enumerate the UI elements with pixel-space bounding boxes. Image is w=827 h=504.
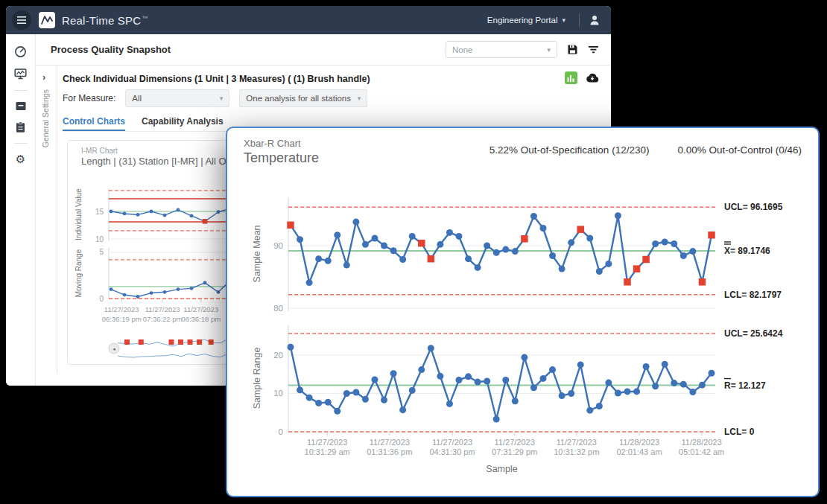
data-point[interactable] bbox=[372, 235, 378, 241]
data-point[interactable] bbox=[502, 246, 509, 253]
data-point[interactable] bbox=[493, 416, 500, 423]
data-point[interactable] bbox=[362, 241, 369, 248]
sidebar-item-settings[interactable]: ⚙ bbox=[14, 152, 27, 166]
data-point[interactable] bbox=[615, 212, 621, 219]
data-point[interactable] bbox=[549, 366, 556, 373]
data-point[interactable] bbox=[493, 249, 500, 256]
data-point[interactable] bbox=[577, 361, 584, 368]
data-point[interactable] bbox=[484, 378, 490, 385]
data-point[interactable] bbox=[643, 363, 650, 370]
data-point[interactable] bbox=[652, 383, 659, 389]
data-point[interactable] bbox=[465, 373, 472, 380]
data-point[interactable] bbox=[136, 295, 140, 299]
data-point[interactable] bbox=[177, 287, 180, 291]
data-point[interactable] bbox=[521, 354, 527, 361]
data-point[interactable] bbox=[633, 388, 640, 395]
data-point[interactable] bbox=[568, 239, 574, 246]
data-point[interactable] bbox=[502, 377, 509, 383]
data-point[interactable] bbox=[689, 389, 696, 395]
data-point[interactable] bbox=[123, 293, 127, 297]
data-point[interactable] bbox=[596, 403, 603, 409]
data-point[interactable] bbox=[315, 255, 322, 262]
out-of-spec-point[interactable] bbox=[624, 278, 631, 286]
data-point[interactable] bbox=[343, 390, 350, 397]
tab-control-charts[interactable]: Control Charts bbox=[63, 116, 125, 131]
data-point[interactable] bbox=[390, 370, 397, 377]
data-point[interactable] bbox=[559, 392, 565, 399]
data-point[interactable] bbox=[123, 212, 127, 216]
out-of-spec-point[interactable] bbox=[287, 222, 294, 229]
menu-button[interactable] bbox=[12, 10, 31, 30]
data-point[interactable] bbox=[586, 407, 593, 414]
data-point[interactable] bbox=[297, 386, 303, 393]
data-point[interactable] bbox=[680, 252, 687, 259]
data-point[interactable] bbox=[605, 380, 612, 386]
data-point[interactable] bbox=[559, 266, 565, 272]
data-point[interactable] bbox=[190, 287, 194, 290]
data-point[interactable] bbox=[624, 388, 631, 395]
data-point[interactable] bbox=[177, 208, 180, 211]
out-of-spec-point[interactable] bbox=[521, 235, 528, 243]
data-point[interactable] bbox=[409, 233, 416, 240]
out-of-spec-point[interactable] bbox=[699, 278, 706, 286]
data-point[interactable] bbox=[662, 238, 668, 245]
export-button[interactable] bbox=[586, 73, 599, 83]
data-point[interactable] bbox=[203, 281, 207, 285]
data-point[interactable] bbox=[217, 210, 221, 214]
data-point[interactable] bbox=[399, 256, 406, 263]
data-point[interactable] bbox=[689, 248, 696, 255]
save-button[interactable] bbox=[567, 44, 578, 55]
out-of-spec-point[interactable] bbox=[203, 219, 208, 224]
data-point[interactable] bbox=[306, 395, 313, 401]
data-point[interactable] bbox=[568, 390, 574, 397]
data-point[interactable] bbox=[288, 344, 294, 351]
data-point[interactable] bbox=[680, 381, 687, 388]
data-point[interactable] bbox=[362, 396, 369, 403]
sidebar-item-dashboard[interactable] bbox=[13, 44, 28, 60]
data-point[interactable] bbox=[446, 229, 453, 236]
data-point[interactable] bbox=[136, 213, 140, 217]
data-point[interactable] bbox=[662, 361, 668, 368]
data-point[interactable] bbox=[437, 373, 443, 380]
analysis-mode-select[interactable]: One analysis for all stations ▾ bbox=[239, 89, 367, 107]
data-point[interactable] bbox=[549, 252, 556, 259]
data-point[interactable] bbox=[709, 370, 715, 377]
data-point[interactable] bbox=[596, 268, 603, 275]
data-point[interactable] bbox=[465, 255, 472, 262]
data-point[interactable] bbox=[163, 214, 167, 217]
data-point[interactable] bbox=[540, 375, 547, 382]
data-point[interactable] bbox=[334, 232, 340, 238]
data-point[interactable] bbox=[110, 210, 113, 214]
data-point[interactable] bbox=[446, 401, 453, 407]
data-point[interactable] bbox=[671, 380, 677, 386]
data-point[interactable] bbox=[652, 240, 659, 247]
measure-select[interactable]: All ▾ bbox=[125, 89, 229, 107]
data-point[interactable] bbox=[530, 213, 537, 220]
data-point[interactable] bbox=[381, 243, 387, 249]
out-of-spec-point[interactable] bbox=[418, 240, 425, 247]
collapse-panel-button[interactable]: › bbox=[42, 71, 45, 83]
data-point[interactable] bbox=[484, 243, 490, 249]
data-point[interactable] bbox=[428, 345, 434, 351]
data-point[interactable] bbox=[325, 399, 332, 406]
sidebar-item-archive[interactable] bbox=[13, 99, 28, 113]
snapshot-preset-select[interactable]: None ▾ bbox=[446, 41, 557, 58]
data-point[interactable] bbox=[399, 406, 406, 413]
out-of-spec-point[interactable] bbox=[633, 265, 641, 272]
data-point[interactable] bbox=[437, 241, 443, 248]
data-point[interactable] bbox=[110, 287, 113, 291]
data-point[interactable] bbox=[381, 397, 387, 403]
navigator-handle[interactable]: ◂ bbox=[109, 343, 119, 354]
out-of-spec-point[interactable] bbox=[577, 226, 584, 233]
data-point[interactable] bbox=[456, 377, 463, 383]
data-point[interactable] bbox=[456, 233, 463, 240]
data-point[interactable] bbox=[306, 279, 313, 286]
data-point[interactable] bbox=[475, 264, 481, 271]
data-point[interactable] bbox=[352, 219, 359, 226]
data-point[interactable] bbox=[530, 384, 537, 391]
data-point[interactable] bbox=[671, 240, 677, 247]
data-point[interactable] bbox=[352, 389, 359, 395]
tab-capability-analysis[interactable]: Capability Analysis bbox=[142, 116, 224, 131]
data-point[interactable] bbox=[297, 236, 303, 243]
data-point[interactable] bbox=[475, 379, 481, 386]
